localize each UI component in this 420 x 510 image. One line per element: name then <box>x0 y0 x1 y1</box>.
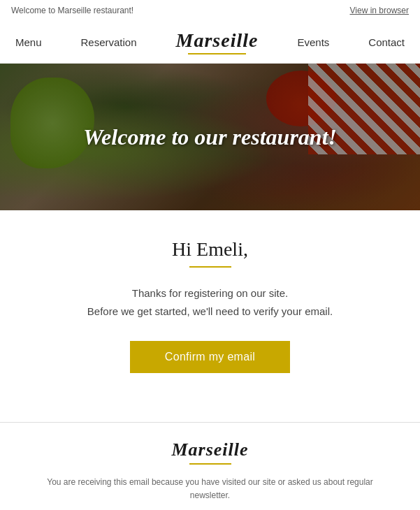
welcome-text: Welcome to Marseille restaurant! <box>11 6 133 15</box>
footer-description: You are receiving this email because you… <box>28 476 392 502</box>
greeting-heading: Hi Emeli, <box>42 238 378 261</box>
message-text: Thanks for registering on our site. Befo… <box>42 284 378 320</box>
nav-events[interactable]: Events <box>277 36 349 48</box>
hero-text-container: Welcome to our restaurant! <box>0 64 420 210</box>
main-content: Hi Emeli, Thanks for registering on our … <box>0 210 420 394</box>
footer: Marseille You are receiving this email b… <box>0 422 420 510</box>
nav-logo: Marseille <box>157 29 278 54</box>
nav-menu[interactable]: Menu <box>0 36 61 48</box>
content-spacer <box>0 394 420 422</box>
footer-logo-underline <box>189 463 231 465</box>
hero-section: Welcome to our restaurant! <box>0 64 420 210</box>
confirm-email-button[interactable]: Confirm my email <box>130 341 290 373</box>
message-line2: Before we get started, we'll need to ver… <box>87 305 333 317</box>
nav-contact[interactable]: Contact <box>349 36 420 48</box>
view-in-browser-link[interactable]: View in browser <box>350 6 409 15</box>
greeting-underline <box>189 266 231 268</box>
message-line1: Thanks for registering on our site. <box>132 287 288 299</box>
nav-reservation[interactable]: Reservation <box>61 36 157 48</box>
top-bar: Welcome to Marseille restaurant! View in… <box>0 0 420 21</box>
footer-logo: Marseille <box>28 439 392 460</box>
navigation: Menu Reservation Marseille Events Contac… <box>0 21 420 64</box>
hero-heading: Welcome to our restaurant! <box>69 124 351 150</box>
